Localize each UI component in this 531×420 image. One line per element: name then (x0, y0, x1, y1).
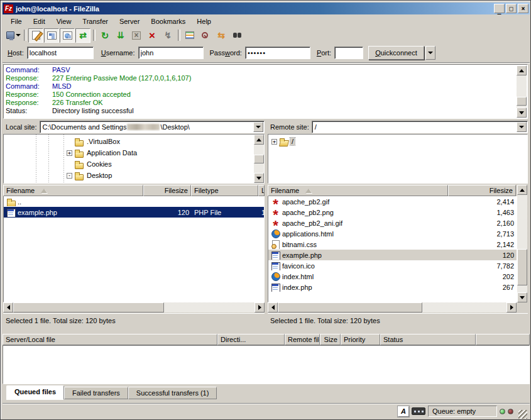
menu-item[interactable]: Server (114, 16, 145, 26)
file-row[interactable]: apache_pb2.gif 2,414 (268, 196, 517, 207)
toggle-queue-button[interactable] (75, 28, 90, 43)
toolbar-icon (232, 30, 243, 41)
remote-hscrollbar[interactable] (268, 302, 517, 312)
column-header-filetype[interactable]: Filetype (191, 185, 258, 196)
site-manager-button[interactable] (6, 28, 21, 43)
scroll-down-icon[interactable] (254, 173, 264, 183)
scroll-up-icon[interactable] (254, 135, 264, 145)
chevron-down-icon[interactable] (253, 122, 263, 132)
toggle-remote-tree-button[interactable] (60, 28, 75, 43)
column-header-filename[interactable]: Filename (268, 185, 448, 196)
file-row[interactable]: index.php 267 (268, 282, 517, 292)
column-header-status[interactable]: Status (380, 334, 476, 345)
queue-tab[interactable]: Queued files (6, 385, 64, 400)
quickconnect-dropdown[interactable] (425, 46, 435, 60)
resize-grip[interactable] (518, 410, 527, 419)
local-hscrollbar[interactable] (3, 302, 265, 312)
cancel-operation-button[interactable] (129, 28, 144, 43)
tree-item[interactable]: Application Data (4, 147, 253, 158)
file-row[interactable]: applications.html 2,713 (268, 228, 517, 239)
password-input[interactable] (245, 47, 310, 59)
toolbar-separator[interactable] (91, 28, 97, 43)
queue-tab[interactable]: Successful transfers (1) (128, 387, 217, 399)
queue-list[interactable] (3, 345, 530, 384)
menu-item[interactable]: Help (191, 16, 217, 26)
column-header-size[interactable]: Size (320, 334, 341, 345)
quickconnect-button[interactable]: Quickconnect (368, 46, 424, 60)
queue-header: Server/Local file Directi... Remote file… (3, 334, 530, 345)
column-header-direction[interactable]: Directi... (217, 334, 285, 345)
scroll-right-icon[interactable] (506, 302, 517, 312)
tree-item[interactable]: .VirtualBox (4, 136, 253, 147)
column-header-serverlocal[interactable]: Server/Local file (3, 334, 217, 345)
host-input[interactable] (27, 47, 94, 59)
tree-expander[interactable] (271, 139, 277, 145)
menu-item[interactable]: Bookmarks (145, 16, 191, 26)
find-files-button[interactable] (229, 28, 244, 43)
scroll-left-icon[interactable] (3, 302, 13, 312)
file-row[interactable]: bitnami.css 2,142 (268, 239, 517, 250)
file-row[interactable]: apache_pb2_ani.gif 2,160 (268, 218, 517, 228)
scroll-up-icon[interactable] (517, 185, 527, 195)
column-header-filesize[interactable]: Filesize (448, 185, 516, 196)
scroll-left-icon[interactable] (268, 302, 278, 312)
column-header-lastmodified[interactable]: L (258, 185, 265, 196)
file-row[interactable]: apache_pb2.png 1,463 (268, 207, 517, 218)
remote-list-scrollbar[interactable] (517, 185, 527, 302)
file-row[interactable]: example.php 120 PHP File 1 (4, 207, 264, 218)
column-header-filesize[interactable]: Filesize (143, 185, 191, 196)
username-input[interactable] (138, 47, 204, 59)
file-row[interactable]: index.html 202 (268, 271, 517, 282)
column-header-remotefile[interactable]: Remote file (285, 334, 320, 345)
menu-item[interactable]: File (5, 16, 28, 26)
file-row[interactable]: .. (4, 196, 264, 207)
title-bar[interactable]: Fz john@localhost - FileZilla _ □ × (3, 3, 530, 14)
tree-expander[interactable] (67, 150, 72, 156)
chevron-down-icon[interactable] (517, 122, 527, 132)
menu-item[interactable]: Edit (28, 16, 51, 26)
filter-button[interactable] (182, 28, 197, 43)
scroll-down-icon[interactable] (517, 292, 527, 302)
file-row[interactable]: favicon.ico 7,782 (268, 260, 517, 271)
synchronized-browsing-button[interactable] (214, 28, 229, 43)
close-button[interactable]: × (518, 4, 528, 13)
toolbar-separator[interactable] (176, 28, 182, 43)
column-header-priority[interactable]: Priority (341, 334, 380, 345)
window-file-icon (271, 262, 280, 270)
scroll-right-icon[interactable] (255, 302, 265, 312)
port-input[interactable] (334, 47, 363, 59)
local-site-combobox[interactable]: C:\Documents and Settings\Desktop\ (40, 121, 265, 133)
tree-expander[interactable] (67, 173, 72, 179)
maximize-button[interactable]: □ (506, 4, 517, 13)
directory-comparison-button[interactable] (198, 28, 213, 43)
scrollbar-thumb[interactable] (278, 302, 422, 312)
file-row[interactable]: example.php 120 (268, 250, 517, 260)
toggle-message-log-button[interactable] (28, 28, 43, 43)
toggle-local-tree-button[interactable] (44, 28, 59, 43)
menu-item[interactable]: Transfer (77, 16, 114, 26)
refresh-button[interactable] (97, 28, 112, 43)
reconnect-button[interactable] (160, 28, 175, 43)
local-file-list: .. example.php 120 PHP File 1 (3, 196, 265, 302)
disconnect-button[interactable] (145, 28, 160, 43)
process-queue-button[interactable] (113, 28, 128, 43)
scrollbar-thumb[interactable] (254, 155, 264, 163)
queue-tab[interactable]: Failed transfers (64, 387, 128, 399)
log-line: Response:150 Connection accepted (6, 91, 516, 99)
chevron-down-icon[interactable] (14, 28, 21, 43)
scrollbar-thumb[interactable] (517, 249, 527, 285)
scrollbar-thumb[interactable] (13, 302, 164, 312)
remote-site-combobox[interactable]: / (312, 121, 528, 133)
log-scrollbar[interactable] (517, 65, 527, 118)
toolbar-separator[interactable] (22, 28, 28, 43)
scroll-down-icon[interactable] (517, 108, 527, 118)
minimize-button[interactable]: _ (494, 4, 505, 13)
scrollbar-thumb[interactable] (517, 97, 527, 106)
local-tree-scrollbar[interactable] (254, 135, 264, 183)
tree-item[interactable]: Desktop (4, 170, 253, 181)
tree-item[interactable]: Cookies (4, 158, 253, 170)
scroll-up-icon[interactable] (517, 65, 527, 75)
menu-item[interactable]: View (51, 16, 77, 26)
tree-item[interactable]: / (268, 136, 526, 147)
column-header-filename[interactable]: Filename (3, 185, 143, 196)
